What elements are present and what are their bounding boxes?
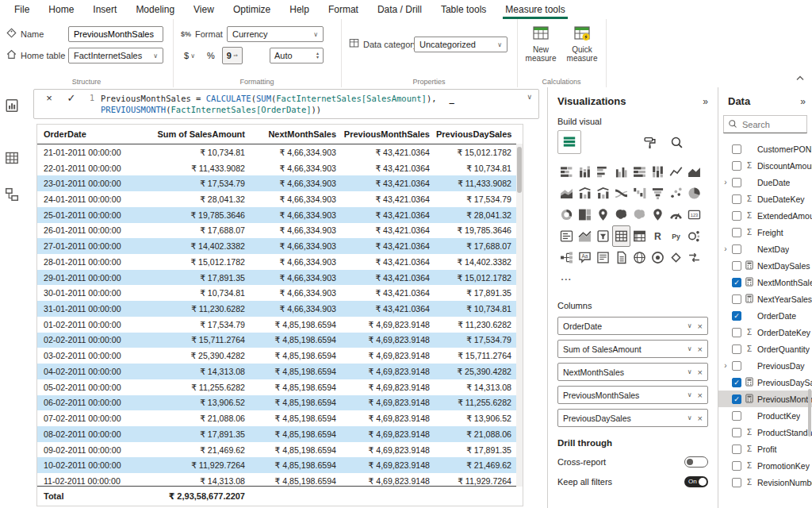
table-row[interactable]: 05-02-2011 00:00:00₹ 11,255.6282₹ 4,85,1…: [37, 379, 523, 395]
menu-tab-modeling[interactable]: Modeling: [126, 1, 184, 19]
measure-name-input-field[interactable]: [74, 29, 158, 39]
field-item-previousdaysal[interactable]: ✓PreviousDaySal...: [718, 374, 812, 391]
visual-type-line-chart-icon[interactable]: [667, 161, 685, 183]
field-pill-previousmonthsales[interactable]: PreviousMonthSales∨×: [557, 386, 708, 404]
field-checkbox[interactable]: ✓: [732, 244, 741, 254]
table-row[interactable]: 30-01-2011 00:00:00₹ 10,734.81₹ 4,66,334…: [37, 285, 523, 301]
menu-tab-insert[interactable]: Insert: [83, 1, 126, 19]
visual-type-map-icon[interactable]: [594, 204, 612, 225]
visual-type-decomposition-tree-icon[interactable]: [557, 247, 576, 268]
visual-type-python-visual-icon[interactable]: Py: [667, 225, 685, 247]
field-checkbox[interactable]: ✓: [732, 378, 741, 387]
column-header-orderdate[interactable]: OrderDate: [37, 129, 148, 139]
table-row[interactable]: 28-01-2011 00:00:00₹ 15,012.1782₹ 4,66,3…: [37, 254, 523, 270]
table-row[interactable]: 31-01-2011 00:00:00₹ 11,230.6282₹ 4,66,3…: [37, 301, 523, 317]
visual-type-gauge-icon[interactable]: [667, 204, 685, 225]
visual-type-pie-chart-icon[interactable]: [685, 183, 703, 204]
field-item-discountamount[interactable]: ✓ΣDiscountAmount: [718, 157, 812, 174]
format-type-select[interactable]: Currency∨: [227, 26, 324, 42]
table-row[interactable]: 06-02-2011 00:00:00₹ 13,906.52₹ 4,85,198…: [37, 395, 523, 411]
thousands-separator-button[interactable]: 9⁺⁰: [222, 47, 243, 64]
menu-tab-help[interactable]: Help: [280, 1, 319, 19]
column-header-previousdaysales[interactable]: PreviousDaySales: [436, 129, 518, 139]
chevron-down-icon[interactable]: ∨: [688, 368, 692, 375]
chevron-down-icon[interactable]: ∨: [688, 322, 692, 329]
menu-tab-home[interactable]: Home: [39, 1, 83, 19]
search-input[interactable]: [741, 119, 802, 130]
table-row[interactable]: 01-02-2011 00:00:00₹ 17,534.79₹ 4,85,198…: [37, 317, 523, 333]
visual-type-power-apps-visual-icon[interactable]: [667, 247, 685, 268]
table-visual[interactable]: OrderDateSum of SalesAmountNextMonthSale…: [36, 124, 523, 506]
spinner-arrows-icon[interactable]: ▴▾: [316, 52, 319, 60]
field-item-previousday[interactable]: ›✓PreviousDay: [718, 357, 812, 374]
menu-tab-view[interactable]: View: [184, 1, 224, 19]
visual-type-azure-map-icon[interactable]: [649, 204, 667, 225]
dax-formula-input[interactable]: PreviousMonthSales = CALCULATE(SUM(FactI…: [101, 93, 518, 115]
scrollbar-thumb[interactable]: [517, 147, 522, 193]
table-row[interactable]: 02-02-2011 00:00:00₹ 15,711.2764₹ 4,85,1…: [37, 333, 523, 348]
field-pill-sum-of-salesamount[interactable]: Sum of SalesAmount∨×: [557, 340, 708, 358]
menu-tab-file[interactable]: File: [5, 1, 39, 19]
visual-type-stacked-area-chart-icon[interactable]: [557, 183, 576, 204]
field-checkbox[interactable]: ✓: [732, 461, 741, 471]
column-header-nextmonthsales[interactable]: NextMonthSales: [251, 129, 343, 139]
table-row[interactable]: 07-02-2011 00:00:00₹ 21,088.06₹ 4,85,198…: [37, 410, 523, 426]
cross-report-toggle[interactable]: [684, 456, 708, 468]
table-row[interactable]: 21-01-2011 00:00:00₹ 10,734.81₹ 4,66,334…: [37, 144, 523, 160]
visual-type-stacked-column-chart-icon[interactable]: [576, 161, 594, 183]
visual-type-donut-chart-icon[interactable]: [557, 204, 576, 225]
field-pill-nextmonthsales[interactable]: NextMonthSales∨×: [557, 363, 708, 381]
menu-tab-data-drill[interactable]: Data / Drill: [368, 1, 431, 19]
collapse-data-pane-button[interactable]: »: [800, 96, 806, 107]
table-row[interactable]: 27-01-2011 00:00:00₹ 14,402.3382₹ 4,66,3…: [37, 238, 523, 254]
visual-type-line-and-clustered-column-chart-icon[interactable]: [594, 183, 612, 204]
expand-chevron-icon[interactable]: ›: [722, 361, 729, 370]
table-row[interactable]: 22-01-2011 00:00:00₹ 11,433.9082₹ 4,66,3…: [37, 160, 523, 176]
field-item-orderdatekey[interactable]: ✓ΣOrderDateKey: [718, 324, 812, 341]
decimal-places-input[interactable]: Auto ▴▾: [270, 48, 324, 64]
visual-type-table-icon[interactable]: [612, 225, 630, 247]
visual-type-card-icon[interactable]: 123: [685, 204, 703, 225]
home-table-select[interactable]: FactInternetSales∨: [68, 48, 163, 64]
field-checkbox[interactable]: ✓: [732, 178, 741, 187]
visual-type-qa-visual-icon[interactable]: Aa: [576, 247, 594, 268]
field-checkbox[interactable]: ✓: [732, 344, 741, 354]
visual-type-stacked-bar-chart-icon[interactable]: [557, 161, 576, 183]
cancel-formula-button[interactable]: ×: [42, 92, 56, 104]
field-checkbox[interactable]: ✓: [732, 194, 741, 204]
visual-type-paginated-report-icon[interactable]: [612, 247, 630, 268]
field-item-nextday[interactable]: ›✓NextDay: [718, 241, 812, 257]
field-checkbox[interactable]: ✓: [732, 261, 741, 271]
visual-type-scatter-chart-icon[interactable]: [667, 183, 685, 204]
field-item-extendedamou[interactable]: ✓ΣExtendedAmou...: [718, 207, 812, 224]
visual-type-funnel-chart-icon[interactable]: [649, 183, 667, 204]
collapse-ribbon-button[interactable]: [796, 70, 804, 84]
field-item-productstandar[interactable]: ✓ΣProductStandar...: [718, 424, 812, 441]
visual-type-get-more-visuals-icon[interactable]: ···: [557, 268, 576, 290]
field-item-orderquantity[interactable]: ✓ΣOrderQuantity: [718, 341, 812, 357]
new-measure-button[interactable]: New measure: [522, 24, 560, 63]
field-item-promotionkey[interactable]: ✓ΣPromotionKey: [718, 457, 812, 474]
visual-type-arcgis-map-icon[interactable]: [630, 247, 649, 268]
remove-field-icon[interactable]: ×: [698, 391, 703, 400]
field-pill-orderdate[interactable]: OrderDate∨×: [557, 317, 708, 335]
visual-type-power-automate-visual-icon[interactable]: [685, 247, 703, 268]
chevron-down-icon[interactable]: ∨: [688, 391, 692, 398]
data-category-select[interactable]: Uncategorized∨: [414, 37, 508, 52]
format-visual-tab[interactable]: [640, 133, 659, 152]
visual-type-filled-map-icon[interactable]: [612, 204, 630, 225]
table-row[interactable]: 24-01-2011 00:00:00₹ 28,041.32₹ 4,66,334…: [37, 191, 523, 207]
field-item-duedate[interactable]: ›✓DueDate: [718, 174, 812, 190]
field-item-freight[interactable]: ✓ΣFreight: [718, 224, 812, 241]
field-checkbox[interactable]: ✓: [732, 444, 741, 454]
visual-type-area-chart-icon[interactable]: [685, 161, 703, 183]
remove-field-icon[interactable]: ×: [698, 344, 703, 354]
column-header-sum-of-salesamount[interactable]: Sum of SalesAmount: [148, 129, 251, 139]
field-item-duedatekey[interactable]: ✓ΣDueDateKey: [718, 190, 812, 207]
remove-field-icon[interactable]: ×: [698, 321, 703, 331]
visual-type-multi-row-card-icon[interactable]: [557, 225, 576, 247]
table-row[interactable]: 23-01-2011 00:00:00₹ 17,534.79₹ 4,66,334…: [37, 175, 523, 191]
field-search-box[interactable]: [723, 115, 807, 133]
visual-type-metrics-icon[interactable]: [649, 247, 667, 268]
table-row[interactable]: 25-01-2011 00:00:00₹ 19,785.3646₹ 4,66,3…: [37, 207, 523, 223]
